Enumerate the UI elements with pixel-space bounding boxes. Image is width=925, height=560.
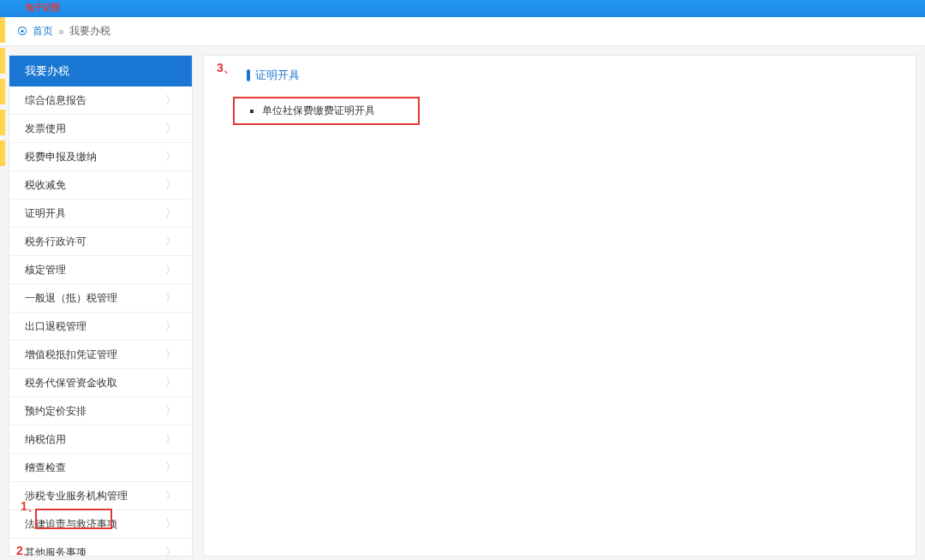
chevron-right-icon: 〉 (165, 262, 176, 277)
sidebar: 我要办税 综合信息报告〉 发票使用〉 税费申报及缴纳〉 税收减免〉 证明开具〉 … (9, 55, 193, 557)
chevron-right-icon: 〉 (165, 375, 176, 390)
menu-item-yuyue[interactable]: 预约定价安排〉 (9, 397, 192, 426)
menu-item-shuifei[interactable]: 税费申报及缴纳〉 (9, 143, 192, 171)
left-edge-decoration (0, 17, 5, 171)
breadcrumb-separator: » (58, 26, 64, 38)
menu-item-zengzhi[interactable]: 增值税抵扣凭证管理〉 (9, 341, 192, 369)
chevron-right-icon: 〉 (165, 403, 176, 419)
content-link-danwei[interactable]: 单位社保费缴费证明开具 (233, 97, 420, 125)
breadcrumb: ⦿ 首页 » 我要办税 (0, 17, 925, 46)
sidebar-header: 我要办税 (9, 56, 192, 86)
chevron-right-icon: 〉 (165, 545, 176, 557)
annotation-label-3: 3、 (217, 61, 236, 76)
menu-item-shuishou[interactable]: 税收减免〉 (9, 171, 192, 200)
chevron-right-icon: 〉 (165, 516, 176, 532)
menu-item-chukou[interactable]: 出口退税管理〉 (9, 313, 192, 341)
menu-item-nashui[interactable]: 纳税信用〉 (9, 426, 192, 454)
chevron-right-icon: 〉 (165, 319, 176, 334)
menu-item-heding[interactable]: 核定管理〉 (9, 256, 192, 284)
banner-red-text: 电子证照 (0, 3, 60, 12)
menu-item-zonghe[interactable]: 综合信息报告〉 (9, 86, 192, 115)
menu-item-fapiao[interactable]: 发票使用〉 (9, 115, 192, 143)
chevron-right-icon: 〉 (165, 290, 176, 306)
section-header: 证明开具 (247, 68, 898, 83)
menu-item-jicha[interactable]: 稽查检查〉 (9, 454, 192, 482)
chevron-right-icon: 〉 (165, 432, 176, 447)
breadcrumb-current: 我要办税 (69, 24, 110, 39)
chevron-right-icon: 〉 (165, 177, 176, 193)
breadcrumb-home[interactable]: 首页 (33, 24, 53, 39)
main-layout: 我要办税 综合信息报告〉 发票使用〉 税费申报及缴纳〉 税收减免〉 证明开具〉 … (0, 46, 925, 560)
menu-item-qita[interactable]: 其他服务事项〉 (9, 539, 192, 557)
chevron-right-icon: 〉 (165, 206, 176, 221)
menu-item-zhengming[interactable]: 证明开具〉 (9, 200, 192, 228)
chevron-right-icon: 〉 (165, 488, 176, 503)
menu-item-xingzheng[interactable]: 税务行政许可〉 (9, 228, 192, 256)
section-bar-icon (247, 69, 250, 81)
menu-item-sheshui[interactable]: 涉税专业服务机构管理〉 (9, 482, 192, 510)
content-link-label: 单位社保费缴费证明开具 (262, 104, 375, 118)
menu-item-daibaoguan[interactable]: 税务代保管资金收取〉 (9, 369, 192, 397)
section-title: 证明开具 (255, 68, 300, 83)
menu-item-falv[interactable]: 法律追责与救济事项〉 (9, 510, 192, 539)
chevron-right-icon: 〉 (165, 92, 176, 108)
chevron-right-icon: 〉 (165, 347, 176, 362)
location-icon: ⦿ (17, 26, 27, 38)
chevron-right-icon: 〉 (165, 460, 176, 475)
menu-item-tuishui[interactable]: 一般退（抵）税管理〉 (9, 284, 192, 313)
top-banner: 电子证照 (0, 0, 925, 17)
content-panel: 3、 证明开具 单位社保费缴费证明开具 (203, 55, 916, 557)
square-bullet-icon (250, 110, 254, 113)
chevron-right-icon: 〉 (165, 121, 176, 136)
chevron-right-icon: 〉 (165, 234, 176, 249)
chevron-right-icon: 〉 (165, 149, 176, 164)
